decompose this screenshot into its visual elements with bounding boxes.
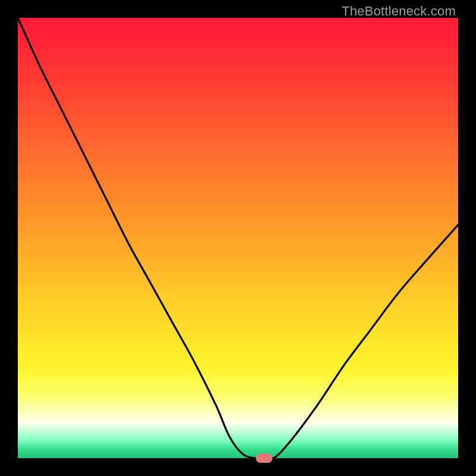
attribution-text: TheBottleneck.com xyxy=(342,4,456,19)
chart-frame: TheBottleneck.com xyxy=(0,0,476,476)
bottleneck-curve xyxy=(18,18,458,458)
optimal-point-marker xyxy=(256,453,273,463)
